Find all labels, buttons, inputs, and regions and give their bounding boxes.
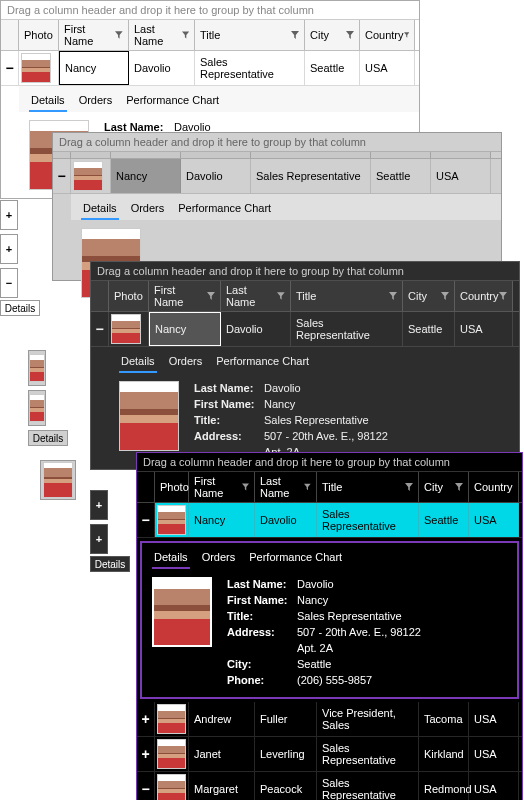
tab-details[interactable]: Details [119,351,157,373]
first-name-cell[interactable]: Janet [189,737,255,771]
filter-icon[interactable] [404,31,409,39]
filter-icon[interactable] [182,31,189,39]
col-city[interactable]: City [403,281,455,311]
country-cell[interactable]: USA [469,503,519,537]
collapse-button[interactable]: − [137,772,155,800]
city-cell[interactable]: Kirkland [419,737,469,771]
tab-performance[interactable]: Performance Chart [214,351,311,373]
collapse-button[interactable]: − [0,268,18,298]
first-name-cell[interactable]: Andrew [189,702,255,736]
filter-icon[interactable] [455,483,463,491]
expand-button[interactable]: + [90,524,108,554]
col-first-name[interactable]: First Name [59,20,129,50]
first-name-cell[interactable]: Nancy [149,312,221,346]
col-photo[interactable]: Photo [109,281,149,311]
tab-details[interactable]: Details [0,300,40,316]
title-cell[interactable]: Vice President, Sales [317,702,419,736]
last-name-cell[interactable]: Fuller [255,702,317,736]
group-by-bar[interactable]: Drag a column header and drop it here to… [91,262,519,281]
expand-button[interactable]: + [0,234,18,264]
title-cell[interactable]: Sales Representative [291,312,403,346]
expand-button[interactable]: + [90,490,108,520]
col-photo[interactable] [71,152,111,158]
first-name-cell[interactable]: Margaret [189,772,255,800]
col-title[interactable]: Title [317,472,419,502]
table-row[interactable]: − Nancy Davolio Sales Representative Sea… [1,51,419,86]
tab-details[interactable]: Details [28,430,68,446]
filter-icon[interactable] [389,292,397,300]
last-name-cell[interactable]: Leverling [255,737,317,771]
city-cell[interactable]: Seattle [371,159,431,193]
col-title[interactable] [251,152,371,158]
tab-orders[interactable]: Orders [167,351,205,373]
col-country[interactable] [431,152,491,158]
city-cell[interactable]: Seattle [403,312,455,346]
country-cell[interactable]: USA [469,772,519,800]
tab-orders[interactable]: Orders [200,547,238,569]
col-city[interactable] [371,152,431,158]
first-name-cell[interactable]: Nancy [111,159,181,193]
filter-icon[interactable] [207,292,215,300]
table-row[interactable]: − Nancy Davolio Sales Representative Sea… [53,159,501,194]
expand-button[interactable]: + [137,702,155,736]
title-cell[interactable]: Sales Representative [317,772,419,800]
city-cell[interactable]: Tacoma [419,702,469,736]
col-last-name[interactable]: Last Name [221,281,291,311]
collapse-button[interactable]: − [53,159,71,193]
col-title[interactable]: Title [291,281,403,311]
title-cell[interactable]: Sales Representative [317,503,419,537]
group-by-bar[interactable]: Drag a column header and drop it here to… [1,1,419,20]
title-cell[interactable]: Sales Representative [317,737,419,771]
country-cell[interactable]: USA [469,737,519,771]
tab-orders[interactable]: Orders [77,90,115,112]
first-name-cell[interactable]: Nancy [59,51,129,85]
tab-details[interactable]: Details [90,556,130,572]
col-city[interactable]: City [419,472,469,502]
tab-orders[interactable]: Orders [129,198,167,220]
tab-details[interactable]: Details [29,90,67,112]
tab-performance[interactable]: Performance Chart [247,547,344,569]
title-cell[interactable]: Sales Representative [251,159,371,193]
col-country[interactable]: Country [360,20,415,50]
title-cell[interactable]: Sales Representative [195,51,305,85]
filter-icon[interactable] [291,31,299,39]
col-city[interactable]: City [305,20,360,50]
city-cell[interactable]: Seattle [419,503,469,537]
filter-icon[interactable] [304,483,311,491]
collapse-button[interactable]: − [1,51,19,85]
col-last-name[interactable]: Last Name [255,472,317,502]
last-name-cell[interactable]: Davolio [181,159,251,193]
col-photo[interactable]: Photo [155,472,189,502]
col-country[interactable]: Country [455,281,513,311]
col-last-name[interactable]: Last Name [129,20,195,50]
col-first-name[interactable] [111,152,181,158]
city-cell[interactable]: Redmond [419,772,469,800]
table-row[interactable]: − Nancy Davolio Sales Representative Sea… [91,312,519,347]
tab-details[interactable]: Details [81,198,119,220]
table-row[interactable]: − Margaret Peacock Sales Representative … [137,772,522,800]
expand-button[interactable]: + [0,200,18,230]
col-first-name[interactable]: First Name [189,472,255,502]
country-cell[interactable]: USA [360,51,415,85]
col-photo[interactable]: Photo [19,20,59,50]
filter-icon[interactable] [441,292,449,300]
col-title[interactable]: Title [195,20,305,50]
tab-performance[interactable]: Performance Chart [124,90,221,112]
table-row[interactable]: − Nancy Davolio Sales Representative Sea… [137,503,522,538]
country-cell[interactable]: USA [469,702,519,736]
table-row[interactable]: + Andrew Fuller Vice President, Sales Ta… [137,702,522,737]
col-first-name[interactable]: First Name [149,281,221,311]
filter-icon[interactable] [346,31,354,39]
filter-icon[interactable] [242,483,249,491]
country-cell[interactable]: USA [455,312,513,346]
city-cell[interactable]: Seattle [305,51,360,85]
last-name-cell[interactable]: Davolio [129,51,195,85]
country-cell[interactable]: USA [431,159,491,193]
tab-details[interactable]: Details [152,547,190,569]
filter-icon[interactable] [277,292,285,300]
collapse-button[interactable]: − [91,312,109,346]
group-by-bar[interactable]: Drag a column header and drop it here to… [137,453,522,472]
col-last-name[interactable] [181,152,251,158]
col-country[interactable]: Country [469,472,519,502]
filter-icon[interactable] [115,31,123,39]
